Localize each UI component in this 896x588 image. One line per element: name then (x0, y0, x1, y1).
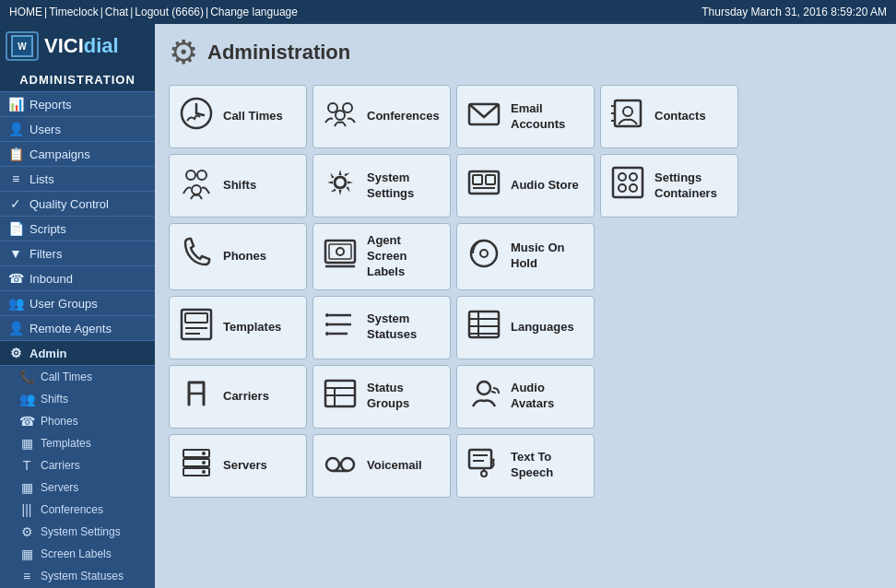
sidebar-item-quality-control[interactable]: ✓ Quality Control (0, 192, 155, 217)
svg-point-55 (477, 382, 490, 394)
conferences-icon (321, 95, 360, 138)
tile-status-groups-label: Status Groups (367, 381, 442, 412)
user-groups-icon: 👥 (7, 296, 24, 311)
sub-phones-label: Phones (41, 415, 78, 428)
tile-system-statuses[interactable]: System Statuses (312, 296, 451, 359)
voicemail-icon (321, 444, 360, 488)
sub-shifts-label: Shifts (41, 393, 68, 406)
tile-status-groups[interactable]: Status Groups (312, 365, 451, 429)
svg-point-39 (325, 313, 329, 317)
sidebar-sub-phones[interactable]: ☎ Phones (0, 410, 155, 432)
sidebar-sub-templates[interactable]: ▦ Templates (0, 432, 155, 454)
tile-voicemail[interactable]: Voicemail (312, 434, 451, 498)
page-header: ⚙ Administration (169, 33, 882, 72)
tile-audio-store[interactable]: Audio Store (456, 154, 595, 218)
sidebar-item-inbound[interactable]: ☎ Inbound (0, 266, 155, 291)
tile-call-times[interactable]: Call Times (169, 85, 307, 148)
tile-servers[interactable]: Servers (169, 434, 307, 498)
tile-phones[interactable]: Phones (169, 223, 307, 290)
call-times-icon (177, 95, 216, 138)
sub-system-statuses-icon: ≡ (18, 569, 35, 583)
sidebar-item-scripts[interactable]: 📄 Scripts (0, 217, 155, 241)
campaigns-icon: 📋 (7, 147, 24, 161)
svg-rect-51 (325, 381, 355, 406)
sidebar-sub-shifts[interactable]: 👥 Shifts (0, 388, 155, 410)
tile-shifts[interactable]: Shifts (169, 154, 307, 218)
sub-screen-labels-label: Screen Labels (41, 547, 112, 560)
reports-icon: 📊 (7, 97, 24, 112)
svg-point-61 (202, 470, 206, 474)
svg-point-41 (325, 332, 329, 335)
sidebar-item-remote-agents[interactable]: 👤 Remote Agents (0, 316, 155, 341)
tile-email-accounts[interactable]: Email Accounts (456, 85, 595, 148)
chat-link[interactable]: Chat (105, 6, 128, 18)
sidebar-sub-system-settings[interactable]: ⚙ System Settings (0, 521, 155, 543)
tile-templates[interactable]: Templates (169, 296, 307, 359)
svg-point-3 (328, 103, 337, 112)
sidebar-sub-call-times[interactable]: 📞 Call Times (0, 366, 155, 388)
tile-audio-avatars[interactable]: Audio Avatars (456, 365, 595, 429)
tile-contacts[interactable]: Contacts (600, 85, 738, 148)
svg-rect-28 (329, 244, 351, 259)
svg-rect-33 (185, 313, 207, 323)
tile-text-to-speech[interactable]: Text To Speech (456, 434, 595, 498)
tile-system-settings[interactable]: System Settings (312, 154, 451, 218)
sidebar-admin-section[interactable]: ⚙ Admin (0, 341, 155, 366)
sidebar-item-filters[interactable]: ▼ Filters (0, 241, 155, 266)
sidebar-label-user-groups: User Groups (29, 297, 98, 311)
sidebar-label-filters: Filters (29, 247, 62, 261)
svg-rect-21 (613, 168, 643, 197)
tile-carriers-label: Carriers (223, 389, 269, 405)
tile-shifts-label: Shifts (223, 178, 256, 194)
topbar-links[interactable]: HOME | Timeclock | Chat | Logout (6666) … (9, 6, 298, 18)
email-icon (465, 95, 503, 138)
admin-label: ADMINISTRATION (0, 68, 155, 92)
sidebar-item-lists[interactable]: ≡ Lists (0, 167, 155, 192)
settings-containers-icon (608, 164, 647, 207)
inbound-icon: ☎ (7, 271, 24, 286)
sidebar-item-campaigns[interactable]: 📋 Campaigns (0, 142, 155, 167)
tile-system-settings-label: System Settings (367, 171, 442, 202)
svg-point-16 (335, 177, 346, 188)
sidebar-label-quality-control: Quality Control (29, 197, 109, 211)
sidebar-item-reports[interactable]: 📊 Reports (0, 92, 155, 117)
page-title: Administration (207, 41, 350, 65)
tile-languages[interactable]: Languages (456, 296, 595, 359)
sidebar-sub-carriers[interactable]: T Carriers (0, 454, 155, 476)
sidebar-sub-servers[interactable]: ▦ Servers (0, 476, 155, 499)
system-statuses-icon (321, 306, 360, 349)
tile-music-on-hold[interactable]: Music On Hold (456, 223, 595, 290)
sub-call-times-icon: 📞 (18, 370, 35, 384)
svg-rect-18 (473, 175, 482, 184)
tile-agent-screen-labels[interactable]: Agent Screen Labels (312, 223, 451, 290)
sub-call-times-label: Call Times (41, 370, 92, 383)
tile-settings-containers[interactable]: Settings Containers (600, 154, 738, 218)
change-language-link[interactable]: Change language (210, 6, 298, 18)
tile-system-statuses-label: System Statuses (367, 312, 442, 343)
tile-agent-screen-labels-label: Agent Screen Labels (367, 233, 442, 280)
timeclock-link[interactable]: Timeclock (49, 6, 99, 18)
sidebar-item-user-groups[interactable]: 👥 User Groups (0, 291, 155, 316)
tile-conferences[interactable]: Conferences (312, 85, 451, 148)
sidebar-sub-conferences[interactable]: ||| Conferences (0, 499, 155, 521)
svg-rect-65 (469, 450, 491, 468)
tile-languages-label: Languages (511, 320, 574, 335)
home-link[interactable]: HOME (9, 6, 42, 18)
scripts-icon: 📄 (7, 221, 24, 236)
sidebar-label-users: Users (29, 123, 61, 136)
servers-icon (177, 444, 216, 488)
tile-carriers[interactable]: Carriers (169, 365, 307, 429)
sidebar-label-remote-agents: Remote Agents (29, 322, 112, 335)
svg-point-60 (202, 461, 206, 465)
sidebar-item-users[interactable]: 👤 Users (0, 117, 155, 142)
admin-grid: Call Times Conferences (169, 85, 882, 498)
tile-text-to-speech-label: Text To Speech (511, 450, 586, 481)
tile-servers-label: Servers (223, 458, 267, 474)
tile-call-times-label: Call Times (223, 109, 283, 124)
logout-link[interactable]: Logout (6666) (135, 6, 204, 18)
text-to-speech-icon (465, 444, 503, 488)
sidebar-sub-system-statuses[interactable]: ≡ System Statuses (0, 565, 155, 587)
sub-screen-labels-icon: ▦ (18, 547, 35, 561)
sidebar-sub-screen-labels[interactable]: ▦ Screen Labels (0, 543, 155, 565)
admin-icon: ⚙ (7, 346, 24, 360)
